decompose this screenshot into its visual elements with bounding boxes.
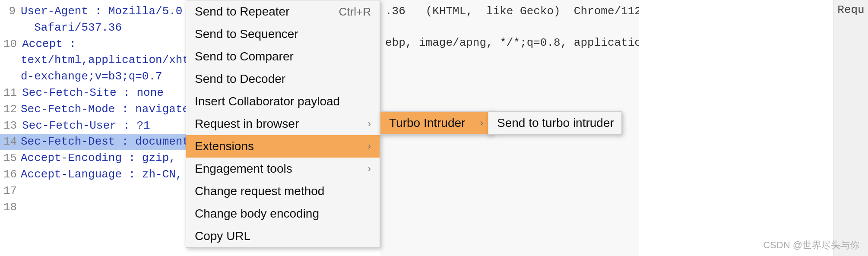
turbo-intruder-label: Turbo Intruder — [389, 116, 465, 130]
line-number: 17 — [3, 184, 22, 199]
line-text: d-exchange;v=b3;q=0.7 — [21, 70, 162, 84]
submenu-arrow-icon: › — [368, 118, 371, 130]
menu-item-shortcut: Ctrl+R — [339, 5, 371, 19]
line-text: Sec-Fetch-Dest : document — [21, 135, 186, 149]
menu-item-label: Send to Repeater — [195, 5, 290, 19]
send-to-turbo-label: Send to turbo intruder — [497, 116, 614, 130]
line-number: 11 — [3, 86, 22, 101]
line-number: 18 — [3, 200, 22, 215]
code-line: 13Sec-Fetch-User : ?1 — [0, 118, 186, 134]
code-line: 14Sec-Fetch-Dest : document — [0, 134, 186, 150]
response-line — [385, 19, 634, 35]
response-line — [385, 175, 634, 191]
code-line: 11Sec-Fetch-Site : none — [0, 85, 186, 101]
line-text: Accept : — [22, 37, 76, 52]
code-line: 10Accept : — [0, 36, 186, 53]
menu-item-label: Change request method — [195, 184, 324, 198]
menu-item-label: Insert Collaborator payload — [195, 95, 340, 108]
line-number: 9 — [3, 4, 21, 19]
menu-item-label: Extensions — [195, 139, 254, 153]
line-text: Sec-Fetch-User : ?1 — [22, 119, 150, 133]
line-text: User-Agent : Mozilla/5.0 (Windows — [21, 4, 186, 19]
response-line — [385, 98, 634, 113]
code-line: 9User-Agent : Mozilla/5.0 (Windows — [0, 3, 186, 20]
turbo-intruder-item[interactable]: Turbo Intruder› — [380, 112, 492, 134]
response-line: .36 (KHTML, like Gecko) Chrome/112.0.561… — [385, 3, 634, 19]
response-line — [385, 82, 634, 98]
menu-item-request-in-browser[interactable]: Request in browser› — [186, 113, 380, 135]
code-editor: 9User-Agent : Mozilla/5.0 (Windows Safar… — [0, 0, 186, 256]
code-line: Safari/537.36 — [0, 20, 186, 36]
send-to-turbo-intruder-item[interactable]: Send to turbo intruder — [488, 112, 621, 134]
right-panel-label: Requ — [837, 3, 864, 16]
menu-item-copy-url[interactable]: Copy URL — [186, 225, 380, 247]
menu-item-label: Change body encoding — [195, 207, 319, 221]
line-text: Accept-Language : zh-CN, zh;q=0.9 — [21, 168, 186, 182]
turbo-intruder-arrow-icon: › — [480, 117, 483, 129]
context-menu[interactable]: Send to RepeaterCtrl+RSend to SequencerS… — [186, 0, 380, 248]
line-text: Accept-Encoding : gzip, deflate — [21, 151, 186, 166]
line-text: Sec-Fetch-Site : none — [22, 86, 164, 101]
response-line — [385, 191, 634, 206]
submenu-arrow-icon: › — [368, 163, 371, 174]
code-line: text/html,application/xhtml+xml,a — [0, 52, 186, 69]
menu-item-label: Send to Sequencer — [195, 27, 298, 41]
line-number: 12 — [3, 102, 21, 117]
code-line: 15Accept-Encoding : gzip, deflate — [0, 150, 186, 167]
submenu-turbo-intruder[interactable]: Turbo Intruder› — [380, 111, 492, 135]
menu-item-label: Engagement tools — [195, 162, 292, 176]
watermark: CSDN @世界尽头与你 — [763, 239, 859, 252]
line-number: 16 — [3, 168, 21, 182]
menu-item-label: Request in browser — [195, 117, 299, 131]
code-line: d-exchange;v=b3;q=0.7 — [0, 69, 186, 85]
response-line — [385, 206, 634, 222]
line-text: Sec-Fetch-Mode : navigate — [21, 102, 186, 117]
menu-item-label: Send to Comparer — [195, 50, 294, 63]
response-line — [385, 51, 634, 66]
code-line: 17 — [0, 183, 186, 199]
line-number: 13 — [3, 119, 22, 133]
code-line: 12Sec-Fetch-Mode : navigate — [0, 101, 186, 118]
line-number: 15 — [3, 151, 21, 166]
menu-item-send-to-decoder[interactable]: Send to Decoder — [186, 68, 380, 90]
menu-item-engagement-tools[interactable]: Engagement tools› — [186, 158, 380, 180]
response-line — [385, 66, 634, 82]
menu-item-label: Send to Decoder — [195, 72, 285, 86]
menu-item-change-body-encoding[interactable]: Change body encoding — [186, 202, 380, 225]
line-text: Safari/537.36 — [21, 21, 122, 35]
menu-item-insert-collaborator-payload[interactable]: Insert Collaborator payload — [186, 90, 380, 113]
line-text: text/html,application/xhtml+xml,a — [21, 53, 186, 68]
right-panel: Requ — [833, 0, 868, 256]
response-line — [385, 144, 634, 160]
menu-item-label: Copy URL — [195, 229, 250, 243]
line-number: 10 — [3, 37, 22, 52]
menu-item-send-to-comparer[interactable]: Send to Comparer — [186, 45, 380, 68]
code-line: 18 — [0, 199, 186, 216]
line-number: 14 — [3, 135, 21, 149]
response-line: ebp, image/apng, */*;q=0.8, application/… — [385, 35, 634, 51]
menu-item-change-request-method[interactable]: Change request method — [186, 180, 380, 202]
submenu-send-turbo[interactable]: Send to turbo intruder — [488, 111, 622, 135]
submenu-arrow-icon: › — [368, 141, 371, 152]
response-line — [385, 160, 634, 175]
menu-item-extensions[interactable]: Extensions› — [186, 135, 380, 158]
menu-item-send-to-sequencer[interactable]: Send to Sequencer — [186, 23, 380, 45]
menu-item-send-to-repeater[interactable]: Send to RepeaterCtrl+R — [186, 0, 380, 23]
code-line: 16Accept-Language : zh-CN, zh;q=0.9 — [0, 167, 186, 183]
